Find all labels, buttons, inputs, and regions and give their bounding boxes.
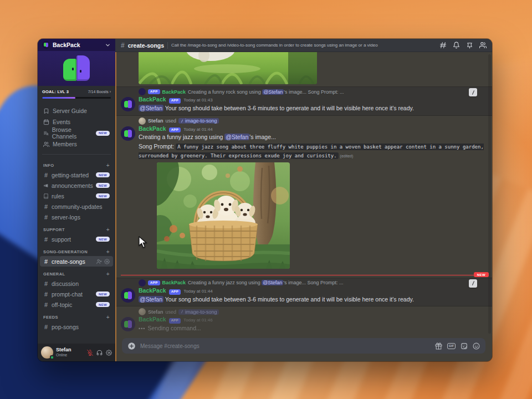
message-block-jazz-song[interactable]: Stefan used image-to-song BackPack APP T…: [115, 116, 492, 273]
message-list[interactable]: APP BackPack Creating a funny rock song …: [115, 52, 492, 336]
reply-author[interactable]: BackPack: [162, 89, 186, 95]
message-input-bar[interactable]: GIF: [122, 338, 485, 354]
bot-avatar[interactable]: [121, 317, 135, 331]
timestamp: Today at 01:43: [183, 98, 212, 103]
add-channel-icon[interactable]: +: [106, 162, 110, 168]
sidebar-item-prompt-chat[interactable]: # prompt-chat NEW: [40, 289, 113, 299]
emoji-icon[interactable]: [473, 342, 480, 350]
message-text: Creating a funny jazz song using @Stefan…: [139, 133, 487, 142]
hash-icon: #: [43, 301, 49, 308]
sidebar-item-pop-songs[interactable]: # pop-songs: [40, 321, 113, 332]
add-channel-icon[interactable]: +: [106, 249, 110, 255]
avatar[interactable]: [41, 346, 53, 359]
hash-icon: #: [43, 236, 49, 243]
bot-avatar[interactable]: [121, 126, 135, 141]
message-block-sending-command[interactable]: Stefan used image-to-song BackPack APP T…: [115, 306, 492, 336]
new-badge: NEW: [96, 291, 110, 296]
members-icon: [43, 141, 49, 147]
server-header[interactable]: BackPack: [38, 39, 115, 51]
sidebar-divider: [42, 154, 111, 155]
new-messages-badge: NEW: [474, 272, 489, 277]
author-name[interactable]: BackPack: [139, 96, 166, 103]
category-feeds[interactable]: FEEDS +: [40, 310, 113, 321]
category-general[interactable]: GENERAL +: [40, 267, 113, 278]
app-badge: APP: [169, 289, 181, 295]
command-user[interactable]: Stefan: [148, 309, 163, 315]
sidebar-item-announcements[interactable]: announcements NEW: [40, 180, 113, 191]
settings-gear-icon[interactable]: [106, 350, 112, 356]
reply-context[interactable]: APP BackPack Creating a funny rock song …: [139, 88, 487, 96]
sidebar-item-discussion[interactable]: # discussion: [40, 278, 113, 289]
server-nav: Server Guide Events Browse Channels NEW …: [38, 102, 115, 150]
slash-command-link[interactable]: image-to-song: [178, 309, 219, 315]
sidebar-item-rules[interactable]: rules NEW: [40, 191, 113, 201]
add-channel-icon[interactable]: +: [106, 314, 110, 320]
message-action-button[interactable]: [469, 279, 477, 288]
reply-author[interactable]: BackPack: [162, 280, 186, 285]
member-list-icon[interactable]: [479, 42, 487, 49]
message-block-rock-song[interactable]: APP BackPack Creating a funny rock song …: [115, 86, 492, 116]
pinned-messages-icon[interactable]: [466, 42, 473, 49]
sidebar-item-server-guide[interactable]: Server Guide: [40, 105, 113, 116]
threads-icon[interactable]: [439, 42, 447, 49]
command-context[interactable]: Stefan used image-to-song: [139, 308, 487, 316]
hash-icon: #: [43, 258, 49, 265]
message-block-jazz-confirmation[interactable]: APP BackPack Creating a funny jazz song …: [115, 278, 492, 307]
bot-avatar[interactable]: [121, 97, 135, 111]
slash-command-link[interactable]: image-to-song: [178, 118, 219, 124]
add-channel-icon[interactable]: +: [106, 271, 110, 277]
rules-book-icon: [43, 193, 49, 199]
reply-context[interactable]: APP BackPack Creating a funny jazz song …: [139, 279, 487, 287]
sidebar-item-off-topic[interactable]: # off-topic NEW: [40, 299, 113, 310]
user-meta[interactable]: Stefan Online: [56, 347, 71, 357]
headphones-icon[interactable]: [96, 350, 103, 356]
channel-list: INFO + # getting-started NEW announcemen…: [38, 156, 115, 344]
category-info[interactable]: INFO +: [40, 158, 113, 170]
browse-channels-icon: [43, 130, 49, 136]
main-panel: # create-songs Call the /image-to-song a…: [115, 39, 492, 361]
mic-muted-icon[interactable]: [87, 350, 93, 356]
channel-topic[interactable]: Call the /image-to-song and /video-to-so…: [171, 43, 436, 48]
gif-picker-icon[interactable]: GIF: [447, 343, 456, 349]
attach-plus-icon[interactable]: [127, 342, 136, 350]
sticker-icon[interactable]: [461, 342, 468, 350]
boosts-link[interactable]: 7/14 Boosts ›: [88, 90, 111, 94]
author-name[interactable]: BackPack: [139, 316, 166, 323]
author-name[interactable]: BackPack: [139, 287, 166, 294]
sidebar-item-server-logs[interactable]: # server-logs: [40, 212, 113, 222]
channel-settings-gear-icon[interactable]: [104, 259, 110, 264]
hash-icon: #: [43, 214, 49, 221]
sidebar-accent-line: [115, 52, 116, 361]
message-action-button[interactable]: [469, 88, 477, 96]
gift-icon[interactable]: [435, 342, 442, 350]
sidebar-item-community-updates[interactable]: # community-updates: [40, 201, 113, 212]
category-support[interactable]: SUPPORT +: [40, 222, 113, 234]
server-name: BackPack: [53, 42, 80, 48]
mention[interactable]: @Stefan: [224, 134, 249, 140]
scrolled-grass-image[interactable]: [139, 52, 317, 84]
avatar: [139, 117, 146, 125]
chevron-down-icon: [105, 42, 111, 48]
bot-avatar[interactable]: [121, 288, 135, 303]
boost-goal-row: GOAL: LVL 3 7/14 Boosts ›: [38, 86, 115, 96]
invite-people-icon[interactable]: [96, 259, 102, 264]
notifications-bell-icon[interactable]: [453, 42, 460, 49]
mention[interactable]: @Stefan: [139, 296, 163, 303]
puppies-image-attachment[interactable]: [157, 162, 290, 269]
channel-topbar: # create-songs Call the /image-to-song a…: [115, 39, 492, 52]
command-user[interactable]: Stefan: [148, 118, 163, 124]
category-song-generation[interactable]: SONG-GENERATION +: [40, 244, 113, 256]
mention[interactable]: @Stefan: [139, 105, 163, 111]
sidebar-item-browse-channels[interactable]: Browse Channels NEW: [40, 127, 113, 139]
command-context[interactable]: Stefan used image-to-song: [139, 117, 487, 125]
message-input[interactable]: [140, 343, 431, 349]
sidebar-item-create-songs[interactable]: # create-songs: [40, 256, 113, 267]
add-channel-icon[interactable]: +: [106, 227, 110, 233]
prompt-code: A funny jazz song about three fluffy whi…: [139, 144, 484, 159]
sidebar-item-events[interactable]: Events: [40, 116, 113, 127]
author-name[interactable]: BackPack: [139, 125, 166, 132]
sidebar-item-support[interactable]: # support NEW: [40, 234, 113, 244]
sidebar-item-getting-started[interactable]: # getting-started NEW: [40, 170, 113, 180]
slash-icon: [470, 280, 476, 286]
sidebar-item-members[interactable]: Members: [40, 139, 113, 150]
